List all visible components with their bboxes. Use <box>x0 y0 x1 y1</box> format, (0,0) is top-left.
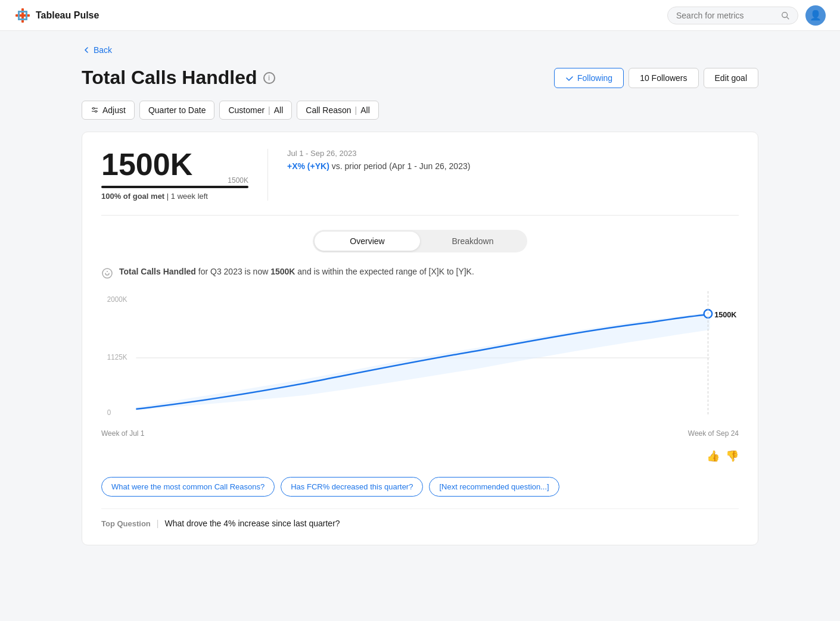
svg-point-10 <box>93 108 95 110</box>
chevron-left-icon <box>82 45 91 55</box>
thumbs-down-button[interactable]: 👎 <box>726 450 739 463</box>
change-pct: +X% <box>287 161 305 171</box>
tab-overview-label: Overview <box>350 236 384 246</box>
back-button[interactable]: Back <box>82 45 112 55</box>
progress-bar-container: 1500K <box>101 186 248 188</box>
question-chip-0[interactable]: What were the most common Call Reasons? <box>101 477 275 497</box>
insight-line: Total Calls Handled for Q3 2023 is now 1… <box>101 267 739 279</box>
top-question-divider: | <box>157 519 159 528</box>
call-reason-separator: | <box>355 105 357 115</box>
header: Tableau Pulse 👤 <box>0 0 840 31</box>
page-header: Total Calls Handled i Following 10 Follo… <box>82 67 758 89</box>
progress-bar-track: 1500K <box>101 186 248 188</box>
svg-rect-1 <box>15 14 30 17</box>
svg-point-11 <box>95 111 97 113</box>
period-filter-button[interactable]: Quarter to Date <box>139 101 215 120</box>
time-left-separator: | <box>167 192 171 201</box>
page-title-area: Total Calls Handled i <box>82 67 275 89</box>
call-reason-label: Call Reason <box>306 105 351 115</box>
search-icon <box>781 11 789 20</box>
sliders-icon <box>91 106 99 114</box>
metric-sub: 100% of goal met | 1 week left <box>101 192 248 201</box>
chart-x-label-start: Week of Jul 1 <box>101 429 144 438</box>
top-question-text[interactable]: What drove the 4% increase since last qu… <box>164 519 340 528</box>
adjust-button[interactable]: Adjust <box>82 101 135 120</box>
header-right: 👤 <box>667 5 826 26</box>
metric-left: 1500K 1500K 100% of goal met | 1 week le… <box>101 149 268 201</box>
question-chips: What were the most common Call Reasons? … <box>101 477 739 497</box>
main-card: 1500K 1500K 100% of goal met | 1 week le… <box>82 132 758 545</box>
progress-bar-label: 1500K <box>228 176 248 185</box>
customer-value: All <box>274 105 284 115</box>
search-bar[interactable] <box>667 7 798 24</box>
question-chip-2[interactable]: [Next recommended question...] <box>429 477 559 497</box>
change-label: vs. prior period (Apr 1 - Jun 26, 2023) <box>332 161 471 171</box>
avatar[interactable]: 👤 <box>805 5 826 26</box>
change-yk: (+YK) <box>307 161 329 171</box>
svg-text:0: 0 <box>107 408 111 417</box>
page-actions: Following 10 Followers Edit goal <box>554 68 758 88</box>
check-icon <box>565 74 574 82</box>
date-range: Jul 1 - Sep 26, 2023 <box>287 149 739 158</box>
chart-x-label-end: Week of Sep 24 <box>688 429 739 438</box>
chart-x-labels: Week of Jul 1 Week of Sep 24 <box>101 429 739 438</box>
insight-text-rest: for Q3 2023 is now 1500K and is within t… <box>198 267 474 276</box>
customer-label: Customer <box>228 105 265 115</box>
goal-text: 100% of goal met <box>101 192 164 201</box>
metric-value: 1500K <box>101 149 248 180</box>
app-title: Tableau Pulse <box>36 10 99 21</box>
page-title: Total Calls Handled <box>82 67 257 89</box>
feedback-row: 👍 👎 <box>101 450 739 463</box>
customer-separator: | <box>268 105 270 115</box>
question-chip-1[interactable]: Has FCR% decreased this quarter? <box>281 477 423 497</box>
svg-text:2000K: 2000K <box>107 295 127 304</box>
tableau-logo-icon <box>14 7 31 24</box>
svg-point-13 <box>107 271 108 272</box>
change-info: +X% (+YK) vs. prior period (Apr 1 - Jun … <box>287 161 739 171</box>
insight-metric-bold: Total Calls Handled <box>119 267 196 276</box>
call-reason-value: All <box>360 105 370 115</box>
tab-breakdown-label: Breakdown <box>452 236 493 246</box>
customer-filter-button[interactable]: Customer | All <box>219 101 292 120</box>
followers-label: 10 Followers <box>640 73 687 83</box>
search-input[interactable] <box>676 11 776 20</box>
call-reason-filter-button[interactable]: Call Reason | All <box>297 101 378 120</box>
metric-right: Jul 1 - Sep 26, 2023 +X% (+YK) vs. prior… <box>287 149 739 171</box>
svg-rect-4 <box>18 11 27 13</box>
tab-overview[interactable]: Overview <box>315 232 420 251</box>
info-icon[interactable]: i <box>263 72 275 84</box>
insight-icon <box>101 267 113 279</box>
content-area: Back Total Calls Handled i Following 10 … <box>63 31 777 560</box>
following-label: Following <box>577 73 612 83</box>
progress-bar-fill <box>101 186 248 188</box>
adjust-label: Adjust <box>102 105 126 115</box>
tabs: Overview Breakdown <box>313 230 527 252</box>
chart-area: 2000K 1125K 0 1500K <box>101 291 739 422</box>
svg-line-7 <box>787 17 789 19</box>
following-button[interactable]: Following <box>554 68 624 88</box>
top-question: Top Question | What drove the 4% increas… <box>101 508 739 528</box>
thumbs-up-button[interactable]: 👍 <box>707 450 720 463</box>
chart-svg: 2000K 1125K 0 1500K <box>101 291 739 422</box>
svg-rect-5 <box>18 18 27 20</box>
period-label: Quarter to Date <box>148 105 206 115</box>
edit-goal-button[interactable]: Edit goal <box>704 68 758 88</box>
svg-text:1125K: 1125K <box>107 353 127 361</box>
followers-button[interactable]: 10 Followers <box>629 68 698 88</box>
top-question-label: Top Question <box>101 519 151 528</box>
insight-text: Total Calls Handled for Q3 2023 is now 1… <box>119 267 474 276</box>
time-left: 1 week left <box>171 192 208 201</box>
metric-section: 1500K 1500K 100% of goal met | 1 week le… <box>101 149 739 216</box>
back-label: Back <box>94 45 112 55</box>
edit-goal-label: Edit goal <box>715 73 747 83</box>
tab-breakdown[interactable]: Breakdown <box>420 232 525 251</box>
filter-bar: Adjust Quarter to Date Customer | All Ca… <box>82 101 758 120</box>
svg-point-6 <box>782 12 788 17</box>
svg-text:1500K: 1500K <box>714 310 737 319</box>
svg-point-12 <box>102 269 112 278</box>
header-left: Tableau Pulse <box>14 7 99 24</box>
